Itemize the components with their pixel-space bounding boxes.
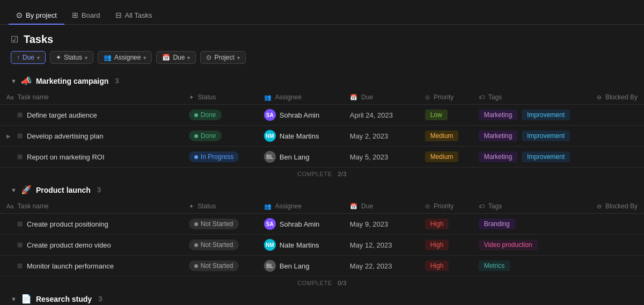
due-cell: May 9, 2023 [343,214,419,235]
task-type-icon: ⊞ [17,262,23,270]
priority-cell: High [419,214,472,235]
status-dot [194,264,198,268]
due-cell: May 22, 2023 [343,256,419,277]
filter-project[interactable]: ⊙ Project ▾ [200,51,245,64]
taskname-col-icon2: Aa [6,203,13,209]
assignee-col-icon2: 👥 [264,203,272,209]
status-cell: Not Started [182,256,258,277]
status-badge: Done [189,110,222,120]
task-name-label: Create product positioning [27,220,108,228]
research-study-toggle[interactable]: ▼ [11,296,17,302]
task-type-icon: ⊞ [17,153,23,161]
priority-badge: Medium [425,151,459,162]
product-launch-title: Product launch [36,186,91,194]
by-project-icon: ⊙ [16,11,23,19]
task-name-cell: ⊞ Monitor launch performance [0,256,182,277]
assignee-name: Nate Martins [280,132,319,140]
tab-by-project[interactable]: ⊙ By project [9,6,64,25]
avatar: SA [264,109,276,121]
table-row[interactable]: ⊞ Define target audience Done SA Sohrab … [0,105,644,126]
status-label: Done [201,111,216,119]
marketing-count: 3 [115,77,119,85]
priority-cell: High [419,235,472,256]
assignee-chevron: ▾ [143,55,146,61]
due-date: May 12, 2023 [350,241,392,249]
tab-all-tasks[interactable]: ⊟ All Tasks [108,6,160,25]
task-name-cell: ⊞ Report on marketing ROI [0,147,182,168]
status-cell: Done [182,105,258,126]
col-header-assignee2: 👥 Assignee [258,199,343,214]
product-launch-toggle[interactable]: ▼ [11,187,17,193]
tags-cell: Metrics [472,256,590,277]
section-marketing-campaign[interactable]: ▼ 📣 Marketing campaign 3 [0,71,644,90]
avatar: NM [264,239,276,251]
blocked-cell [590,214,644,235]
assignee-name: Ben Lang [280,262,310,270]
research-study-emoji: 📄 [21,294,32,304]
assignee-name: Ben Lang [280,153,310,161]
status-col-icon: ✦ [189,94,194,100]
status-chevron: ▾ [85,55,87,61]
complete-fraction: 2/3 [338,171,347,177]
expand-arrow[interactable]: ▶ [6,133,13,139]
assignee-cell: BL Ben Lang [258,256,343,277]
col-header-status2: ✦ Status [182,199,258,214]
priority-cell: Medium [419,126,472,147]
assignee-filter-icon: 👥 [104,54,112,61]
board-icon: ⊞ [72,11,78,19]
status-dot [194,134,198,138]
col-header-due2: 📅 Due [343,199,419,214]
col-header-priority2: ⊙ Priority [419,199,472,214]
tab-board[interactable]: ⊞ Board [64,6,108,25]
tags-col-icon2: 🏷 [479,203,485,209]
priority-badge: High [425,219,449,229]
task-name-cell: ▶ ⊞ Develop advertising plan [0,126,182,147]
status-label: Not Started [201,262,233,270]
table-row[interactable]: ⊞ Monitor launch performance Not Started… [0,256,644,277]
product-launch-emoji: 🚀 [21,185,32,195]
col-header-taskname: Aa Task name [0,90,182,105]
task-type-icon: ⊞ [17,132,23,140]
marketing-toggle[interactable]: ▼ [11,78,17,84]
research-study-title: Research study [36,295,92,303]
filter-due-sort[interactable]: ↑ Due ▾ [11,51,46,64]
blocked-cell [590,235,644,256]
col-header-tags2: 🏷 Tags [472,199,590,214]
priority-cell: Low [419,105,472,126]
due-cell: May 2, 2023 [343,126,419,147]
status-dot [194,243,198,247]
tags-cell: Branding [472,214,590,235]
table-row[interactable]: ⊞ Create product demo video Not Started … [0,235,644,256]
complete-row: COMPLETE 0/3 [0,277,644,290]
col-header-priority: ⊙ Priority [419,90,472,105]
section-product-launch[interactable]: ▼ 🚀 Product launch 3 [0,180,644,199]
assignee-cell: NM Nate Martins [258,235,343,256]
task-name-label: Create product demo video [27,241,111,249]
assignee-cell: NM Nate Martins [258,126,343,147]
task-name-cell: ⊞ Create product demo video [0,235,182,256]
filter-assignee-label: Assignee [114,54,141,61]
status-badge: Done [189,130,222,141]
marketing-emoji: 📣 [21,76,32,86]
filter-due[interactable]: 📅 Due ▾ [156,51,196,64]
status-label: In Progress [201,153,233,161]
table-row[interactable]: ⊞ Create product positioning Not Started… [0,214,644,235]
assignee-cell: SA Sohrab Amin [258,214,343,235]
table-row[interactable]: ▶ ⊞ Develop advertising plan Done NM Nat… [0,126,644,147]
due-col-icon2: 📅 [350,203,357,209]
tag-marketing: Marketing [479,110,518,120]
task-type-icon: ⊞ [17,220,23,228]
filter-due-sort-label: Due [23,54,34,61]
marketing-table: Aa Task name ✦ Status 👥 Assignee 📅 Due ⊙… [0,90,644,180]
status-dot [194,155,198,159]
top-nav: ⊙ By project ⊞ Board ⊟ All Tasks [0,0,644,25]
status-label: Not Started [201,241,233,249]
blocked-cell [590,126,644,147]
filter-status[interactable]: ✦ Status ▾ [50,51,93,64]
assignee-name: Sohrab Amin [280,111,319,119]
section-research-study[interactable]: ▼ 📄 Research study 3 [0,289,644,305]
filter-assignee[interactable]: 👥 Assignee ▾ [98,51,152,64]
marketing-title: Marketing campaign [36,77,108,85]
table-row[interactable]: ⊞ Report on marketing ROI In Progress BL… [0,147,644,168]
due-date: May 9, 2023 [350,220,389,228]
